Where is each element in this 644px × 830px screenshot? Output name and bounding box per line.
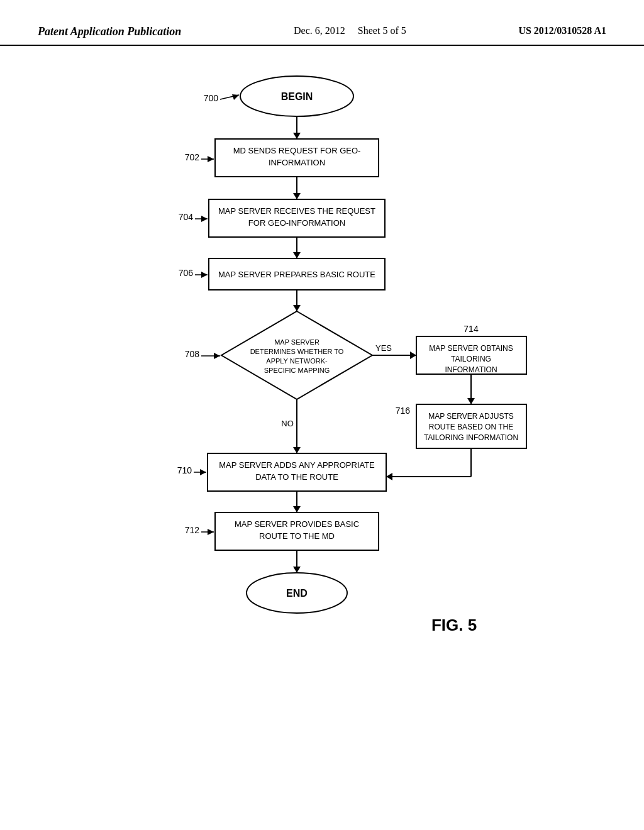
svg-text:DATA TO THE ROUTE: DATA TO THE ROUTE — [255, 472, 338, 482]
svg-text:714: 714 — [464, 324, 479, 334]
main-content: BEGIN 700 MD SENDS REQUEST FOR GEO- INFO… — [0, 46, 644, 807]
svg-text:700: 700 — [204, 93, 219, 103]
svg-text:FIG. 5: FIG. 5 — [431, 616, 477, 634]
svg-marker-37 — [214, 353, 220, 359]
svg-text:MAP SERVER PREPARES BASIC ROUT: MAP SERVER PREPARES BASIC ROUTE — [218, 270, 375, 279]
sheet-info: Sheet 5 of 5 — [358, 25, 406, 36]
svg-text:702: 702 — [185, 152, 200, 162]
svg-text:INFORMATION: INFORMATION — [445, 365, 497, 374]
svg-text:ROUTE BASED ON THE: ROUTE BASED ON THE — [429, 423, 513, 431]
svg-text:712: 712 — [185, 525, 200, 535]
svg-text:MAP SERVER ADDS ANY APPROPRIAT: MAP SERVER ADDS ANY APPROPRIATE — [219, 460, 375, 470]
svg-marker-12 — [208, 156, 214, 162]
flowchart-svg: BEGIN 700 MD SENDS REQUEST FOR GEO- INFO… — [102, 65, 542, 725]
patent-number: US 2012/0310528 A1 — [518, 25, 606, 36]
svg-text:INFORMATION: INFORMATION — [269, 158, 325, 167]
svg-marker-22 — [293, 252, 301, 258]
svg-text:BEGIN: BEGIN — [281, 91, 313, 102]
svg-marker-30 — [221, 311, 372, 399]
svg-text:MD SENDS REQUEST FOR GEO-: MD SENDS REQUEST FOR GEO- — [233, 146, 361, 155]
svg-text:710: 710 — [177, 465, 192, 475]
svg-text:MAP SERVER ADJUSTS: MAP SERVER ADJUSTS — [428, 412, 514, 421]
svg-marker-27 — [201, 272, 208, 278]
svg-marker-20 — [201, 216, 208, 222]
svg-text:END: END — [286, 588, 308, 599]
svg-marker-66 — [293, 506, 301, 512]
svg-text:ROUTE TO THE MD: ROUTE TO THE MD — [259, 531, 335, 541]
header-center: Dec. 6, 2012 Sheet 5 of 5 — [294, 25, 406, 36]
svg-marker-72 — [208, 529, 214, 535]
svg-text:NO: NO — [281, 419, 294, 428]
svg-marker-55 — [386, 473, 392, 480]
svg-marker-6 — [232, 94, 239, 100]
svg-marker-14 — [293, 193, 301, 199]
page-header: Patent Application Publication Dec. 6, 2… — [0, 0, 644, 46]
svg-text:YES: YES — [375, 343, 392, 353]
svg-text:706: 706 — [179, 268, 194, 278]
svg-text:FOR GEO-INFORMATION: FOR GEO-INFORMATION — [248, 218, 345, 228]
svg-text:708: 708 — [185, 349, 200, 359]
svg-text:MAP SERVER: MAP SERVER — [274, 338, 319, 346]
svg-text:TAILORING INFORMATION: TAILORING INFORMATION — [424, 433, 518, 442]
svg-text:DETERMINES WHETHER TO: DETERMINES WHETHER TO — [250, 348, 344, 355]
svg-text:704: 704 — [179, 212, 194, 222]
publication-date: Dec. 6, 2012 — [294, 25, 345, 36]
svg-text:SPECIFIC MAPPING: SPECIFIC MAPPING — [264, 367, 330, 374]
publication-label: Patent Application Publication — [38, 25, 181, 38]
svg-text:716: 716 — [396, 406, 411, 416]
svg-marker-3 — [293, 133, 301, 139]
svg-text:APPLY NETWORK-: APPLY NETWORK- — [266, 357, 328, 365]
svg-text:MAP SERVER RECEIVES THE REQUES: MAP SERVER RECEIVES THE REQUEST — [218, 206, 375, 216]
svg-marker-29 — [293, 305, 301, 311]
svg-text:MAP SERVER OBTAINS: MAP SERVER OBTAINS — [429, 344, 513, 353]
svg-text:MAP SERVER PROVIDES BASIC: MAP SERVER PROVIDES BASIC — [235, 519, 359, 529]
svg-marker-57 — [293, 447, 301, 453]
svg-marker-39 — [410, 351, 416, 359]
svg-marker-47 — [467, 398, 475, 404]
svg-text:TAILORING: TAILORING — [451, 355, 491, 363]
svg-marker-64 — [200, 469, 206, 475]
svg-marker-74 — [293, 567, 301, 573]
